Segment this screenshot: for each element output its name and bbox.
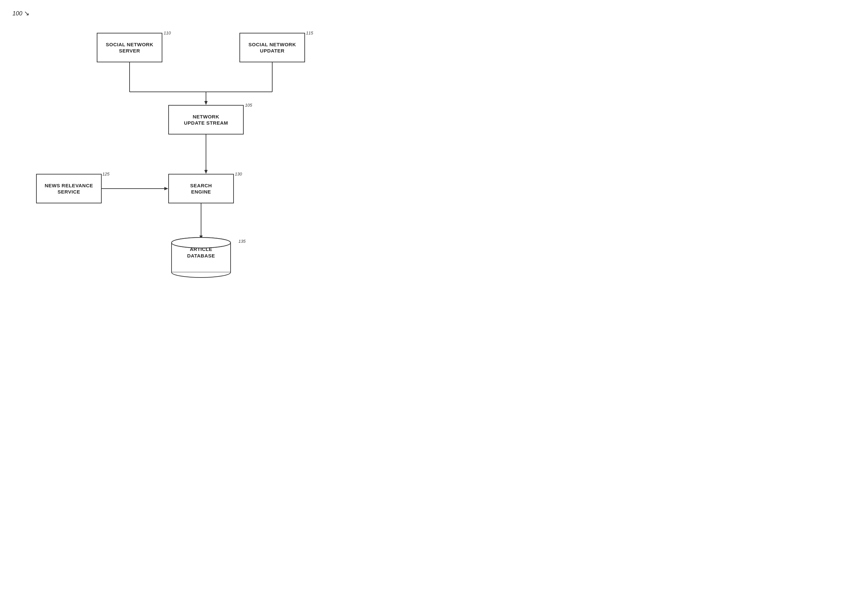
article-database-label: ARTICLEDATABASE — [165, 246, 237, 259]
svg-marker-6 — [204, 170, 208, 174]
social-network-server-box: SOCIAL NETWORK SERVER — [97, 33, 162, 62]
social-network-server-label: SOCIAL NETWORK SERVER — [106, 41, 153, 54]
svg-marker-8 — [164, 187, 168, 190]
figure-label: 100 ↘ — [13, 9, 30, 17]
network-update-stream-ref: 105 — [245, 103, 252, 108]
social-network-server-ref: 110 — [164, 30, 171, 35]
news-relevance-service-ref: 125 — [102, 171, 110, 176]
diagram: 100 ↘ SOCIAL NETWORK SERVER 110 SOCIAL N… — [0, 0, 430, 308]
search-engine-box: SEARCH ENGINE — [168, 174, 234, 203]
news-relevance-service-label: NEWS RELEVANCE SERVICE — [45, 182, 93, 195]
article-database-ref: 135 — [239, 239, 246, 244]
news-relevance-service-box: NEWS RELEVANCE SERVICE — [36, 174, 102, 203]
search-engine-label: SEARCH ENGINE — [190, 182, 212, 195]
network-update-stream-label: NETWORK UPDATE STREAM — [184, 113, 228, 126]
social-network-updater-box: SOCIAL NETWORK UPDATER — [239, 33, 305, 62]
social-network-updater-label: SOCIAL NETWORK UPDATER — [248, 41, 296, 54]
svg-marker-4 — [204, 101, 208, 105]
social-network-updater-ref: 115 — [306, 30, 313, 35]
search-engine-ref: 130 — [235, 171, 242, 176]
network-update-stream-box: NETWORK UPDATE STREAM — [168, 105, 244, 135]
article-database-cylinder: ARTICLEDATABASE — [165, 236, 237, 279]
